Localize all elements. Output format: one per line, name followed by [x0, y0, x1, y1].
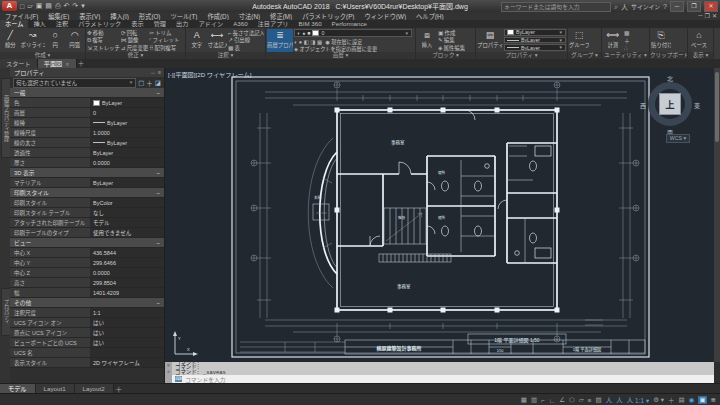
ortho-icon[interactable]: ∟	[549, 397, 555, 404]
palette-section-header-3[interactable]: ビュー−	[10, 238, 164, 248]
signin-label[interactable]: サインイン	[631, 2, 660, 11]
tool-dimension[interactable]: ⟷寸法記入	[208, 29, 228, 52]
property-value[interactable]	[90, 348, 164, 357]
transparency-icon[interactable]: ▨	[596, 396, 602, 404]
property-value[interactable]: 436.5844	[90, 248, 164, 257]
tool-array[interactable]: ⠿配列複写	[149, 44, 179, 52]
layer-tool-icon[interactable]: ◧	[304, 39, 309, 45]
property-value[interactable]: ByLayer	[90, 148, 164, 157]
viewport-controls-label[interactable]: [-][平面図][2D ワイヤフレーム]	[168, 70, 252, 79]
viewcube[interactable]: 上 北 西 東 南	[642, 76, 698, 132]
new-file-icon[interactable]: □	[20, 3, 24, 10]
collapse-icon[interactable]: −	[157, 300, 160, 306]
ribbon-tab-1[interactable]: 挿入	[28, 20, 50, 28]
doc-restore-icon[interactable]: ❐	[705, 12, 710, 19]
select-objects-icon[interactable]: ＋	[146, 78, 153, 88]
panel-label[interactable]: 修正 ▾	[86, 52, 185, 59]
panel-label[interactable]: ブロック ▾	[416, 52, 475, 59]
lineweight-icon[interactable]: ≡	[588, 397, 592, 404]
command-history[interactable]: コマンド:コマンド:コマンド: _saveas	[172, 362, 714, 375]
close-icon[interactable]: ✕	[65, 61, 69, 67]
quick-properties-icon[interactable]: ▤	[679, 396, 685, 404]
customize-icon[interactable]: ≣	[711, 396, 716, 404]
property-value[interactable]: 1401.4209	[90, 288, 164, 297]
isodraft-icon[interactable]: ⬡	[569, 396, 575, 404]
toggle-pickadd-icon[interactable]: ▢	[138, 79, 144, 87]
property-value[interactable]: 1:1	[90, 308, 164, 317]
redo-icon[interactable]: ↷	[72, 2, 78, 10]
tool-layer-properties[interactable]: ≣画層プロパティ	[267, 29, 293, 52]
search-icon[interactable]: ⌕	[614, 3, 618, 11]
tool-trim[interactable]: ✂トリム	[149, 29, 179, 37]
palette-section-header-1[interactable]: 3D 表示−	[10, 168, 164, 178]
tool-text[interactable]: A文字	[187, 29, 207, 52]
property-value[interactable]: はい	[90, 338, 164, 347]
tool-mirror[interactable]: ⋈鏡像	[121, 37, 148, 45]
tool-create-block[interactable]: ▣作成	[438, 29, 465, 37]
minimize-button[interactable]: ─	[670, 1, 684, 12]
plot-icon[interactable]: ⎙	[55, 2, 61, 10]
palette-section-header-4[interactable]: その他−	[10, 298, 164, 308]
ribbon-tab-0[interactable]: ホーム	[0, 20, 28, 28]
selection-dropdown[interactable]: 何も選択されていません ▼	[13, 78, 136, 88]
palette-menu-icon[interactable]: ≡	[158, 68, 161, 77]
ribbon-tab-10[interactable]: BIM 360	[294, 20, 327, 28]
undo-icon[interactable]: ↶	[63, 2, 69, 10]
collapse-icon[interactable]: −	[157, 190, 160, 196]
ribbon-tab-5[interactable]: 管理	[149, 20, 171, 28]
annotation-visibility-icon[interactable]: 人	[606, 395, 613, 405]
ribbon-tab-2[interactable]: 注釈	[51, 20, 73, 28]
layer-tool-icon[interactable]: ▦	[317, 39, 322, 45]
palette-section-header-2[interactable]: 印刷スタイル−	[10, 188, 164, 198]
property-value[interactable]: ByLayer	[90, 98, 164, 107]
annotation-monitor-icon[interactable]: ＋	[668, 395, 675, 405]
layer-dropdown[interactable]: ◐●■0▼	[294, 29, 412, 37]
help-icon[interactable]: ?	[663, 3, 667, 10]
object-snap-icon[interactable]: ▱	[579, 396, 584, 404]
property-value[interactable]: はい	[90, 318, 164, 327]
workspace-dropdown-icon[interactable]: ▾	[81, 2, 85, 10]
workspace-switch-icon[interactable]: ⚙ ▾	[653, 396, 664, 404]
hardware-accel-icon[interactable]: ◉	[689, 396, 695, 404]
property-value[interactable]: ByColor	[90, 198, 164, 207]
panel-label[interactable]: ユーティリティ ▾	[602, 52, 649, 59]
clean-screen-icon[interactable]: ▣	[698, 396, 706, 404]
property-value[interactable]: 1.0000	[90, 128, 164, 137]
tool-match-properties[interactable]: ▤プロパティコピー	[477, 29, 503, 52]
property-value[interactable]: 0.0000	[90, 268, 164, 277]
tool-insert-block[interactable]: ⧈挿入	[417, 29, 437, 52]
tool-measure[interactable]: ⟺計測	[603, 29, 623, 52]
tool-rotate[interactable]: ⟳回転	[121, 29, 148, 37]
property-value[interactable]: モデル	[90, 218, 164, 227]
tool-polyline[interactable]: ↝ポリライン	[21, 29, 45, 52]
tool-circle[interactable]: ○円	[46, 29, 65, 52]
make-current-layer-button[interactable]: ◉ 現在層に設定	[325, 38, 362, 45]
property-value[interactable]: ByLayer	[90, 118, 164, 127]
property-value[interactable]: ByLayer	[90, 138, 164, 147]
panel-label[interactable]: 画層 ▾	[266, 52, 415, 59]
viewcube-north[interactable]: 北	[667, 74, 673, 83]
grid-icon[interactable]: ▦	[521, 396, 527, 404]
tool-base-view[interactable]: ⌂ベース	[689, 29, 709, 52]
tool-quick-calc[interactable]: ▩	[624, 29, 630, 37]
bylayer-combo-1[interactable]: ByLayer▼	[504, 37, 566, 44]
file-tab-1[interactable]: 平面図✕	[38, 59, 77, 68]
save-icon[interactable]: ▣	[36, 2, 43, 10]
wcs-dropdown[interactable]: WCS ▾	[666, 134, 690, 143]
tool-leader[interactable]: ↗引出線	[228, 37, 264, 45]
command-customize-icon[interactable]: ≡	[167, 363, 170, 368]
property-value[interactable]: 使用できません	[90, 228, 164, 237]
ribbon-tab-3[interactable]: パラメトリック	[73, 20, 126, 28]
property-value[interactable]: ByLayer	[90, 178, 164, 187]
search-input[interactable]: キーワードまたは語句を入力	[501, 2, 611, 12]
panel-label[interactable]: プロパティ ▾	[476, 52, 567, 59]
property-value[interactable]: はい	[90, 328, 164, 337]
property-value[interactable]: なし	[90, 208, 164, 217]
open-file-icon[interactable]: ▱	[27, 2, 32, 10]
vertical-scrollbar[interactable]	[714, 68, 720, 362]
save-as-icon[interactable]: ▤	[45, 2, 52, 10]
ribbon-tab-9[interactable]: 注目アプリ	[253, 20, 294, 28]
new-tab-button[interactable]: ＋	[77, 59, 86, 68]
drawing-canvas[interactable]: 事務室 事務室 階段 便所 便所 玄関 1階 平面詳細図 1:50 楠原建築設計…	[165, 68, 714, 362]
tool-id-point[interactable]: ＋	[624, 37, 630, 45]
